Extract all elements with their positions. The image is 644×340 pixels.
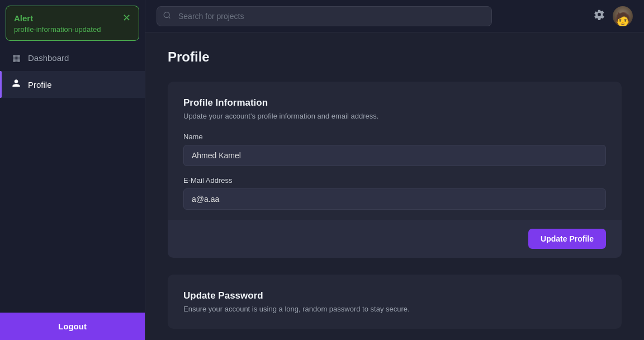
page-content: Profile Profile Information Update your …	[145, 32, 644, 340]
sidebar-item-label: Profile	[28, 80, 52, 89]
search-input[interactable]	[157, 6, 492, 26]
profile-info-section: Profile Information Update your account'…	[168, 82, 622, 258]
profile-section-title: Profile Information	[183, 97, 606, 108]
name-input[interactable]	[183, 145, 606, 166]
email-label: E-Mail Address	[183, 176, 606, 185]
password-section-desc: Ensure your account is using a long, ran…	[183, 305, 606, 313]
sidebar-nav: ▦ Dashboard Profile	[0, 45, 145, 313]
password-section-title: Update Password	[183, 290, 606, 301]
sidebar-item-profile[interactable]: Profile	[0, 71, 145, 98]
logout-button[interactable]: Logout	[0, 313, 145, 340]
search-icon	[163, 11, 171, 21]
search-bar	[157, 6, 492, 26]
update-profile-button[interactable]: Update Profile	[528, 229, 606, 249]
alert-popup: Alert ✕ profile-information-updated	[6, 6, 139, 41]
gear-icon[interactable]	[594, 9, 605, 23]
sidebar: Alert ✕ profile-information-updated ▦ Da…	[0, 0, 145, 340]
close-icon[interactable]: ✕	[122, 13, 131, 23]
profile-section-footer: Update Profile	[168, 220, 622, 258]
name-form-group: Name	[183, 133, 606, 166]
alert-title: Alert	[14, 13, 33, 23]
main-content: 🧑 Profile Profile Information Update you…	[145, 0, 644, 340]
avatar[interactable]: 🧑	[613, 6, 633, 26]
profile-icon	[11, 79, 21, 90]
header-actions: 🧑	[594, 6, 633, 26]
name-label: Name	[183, 133, 606, 141]
sidebar-item-label: Dashboard	[28, 53, 69, 63]
page-title: Profile	[168, 49, 622, 65]
sidebar-item-dashboard[interactable]: ▦ Dashboard	[0, 45, 145, 71]
update-password-section: Update Password Ensure your account is u…	[168, 275, 622, 329]
alert-message: profile-information-updated	[14, 25, 131, 34]
email-form-group: E-Mail Address	[183, 176, 606, 210]
dashboard-icon: ▦	[11, 53, 21, 63]
profile-section-desc: Update your account's profile informatio…	[183, 112, 606, 120]
header: 🧑	[145, 0, 644, 32]
email-input[interactable]	[183, 188, 606, 210]
